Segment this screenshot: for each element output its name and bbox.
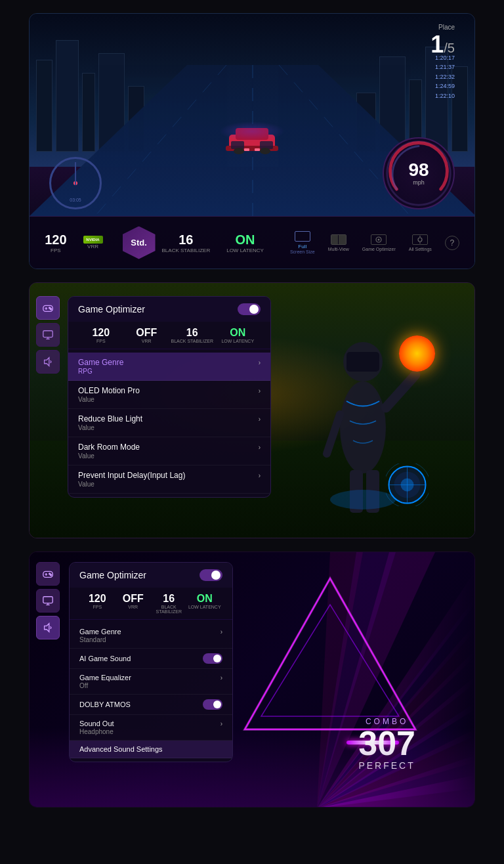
svg-rect-21 (346, 352, 379, 372)
equalizer-val: Off (79, 682, 222, 689)
sound-menu-game-genre[interactable]: Game Genre › Standard (70, 623, 232, 649)
optimizer-toggle[interactable] (238, 303, 261, 315)
side-icons (36, 296, 60, 374)
reduce-blue-light-title: Reduce Blue Light › (78, 414, 261, 423)
hud-fps: 120 FPS (45, 232, 66, 253)
sound-menu-dolby[interactable]: DOLBY ATMOS (70, 695, 232, 715)
fireball (399, 335, 435, 372)
game-genre-label: Game Genre (78, 358, 123, 367)
svg-point-15 (378, 238, 380, 240)
vrr-display: NVIDIA (83, 236, 103, 244)
menu-item-game-genre[interactable]: Game Genre › RPG (68, 353, 270, 381)
svg-marker-55 (245, 578, 415, 729)
help-icon: ? (450, 238, 455, 248)
sound-menu-equalizer[interactable]: Game Equalizer › Off (70, 669, 232, 695)
warrior-figure (291, 296, 435, 519)
reduce-blue-light-arrow: › (259, 416, 261, 423)
action-all-settings[interactable]: All Settings (409, 234, 432, 251)
opt-ll-lbl: Low Latency (215, 339, 261, 343)
player-car (226, 125, 278, 157)
s-vrr-val: OFF (116, 593, 152, 605)
action-game-optimizer[interactable]: Game Optimizer (362, 234, 396, 251)
action-help[interactable]: ? (445, 236, 459, 250)
sound-out-label: Sound Out (79, 720, 114, 727)
lap-time-2: 1:21:37 (435, 62, 455, 72)
opt-vrr-lbl: VRR (124, 339, 170, 343)
dolby-toggle[interactable] (203, 699, 222, 710)
svg-marker-41 (45, 358, 49, 366)
sound-panel: Game Optimizer 120 FPS OFF VRR 16 Black … (69, 562, 233, 762)
settings-icon (412, 234, 428, 245)
sound-menu-advanced[interactable]: Advanced Sound Settings (70, 741, 232, 758)
input-delay-label: Prevent Input Delay(Input Lag) (78, 471, 185, 480)
optimizer-header: Game Optimizer (68, 297, 270, 322)
opt-ll-val: ON (215, 327, 261, 339)
mode-badge: Std. (131, 238, 147, 248)
lap-times: 1:20:17 1:21:37 1:22:32 1:24:59 1:22:10 (435, 53, 455, 100)
hud-actions: Full Screen Size Multi-View Game Optimiz… (290, 231, 459, 254)
nvidia-label: NVIDIA (86, 238, 99, 242)
steering-wheel: 03:05 (49, 157, 102, 209)
s-vrr-lbl: VRR (116, 605, 152, 609)
dark-room-title: Dark Room Mode › (78, 443, 261, 452)
oled-motion-label: OLED Motion Pro (78, 386, 140, 395)
svg-point-10 (260, 148, 270, 154)
action-multiview[interactable]: Multi-View (328, 234, 349, 251)
svg-line-23 (327, 414, 340, 454)
lap-time-4: 1:24:59 (435, 81, 455, 91)
s-bs-val: 16 (151, 593, 187, 605)
reduce-blue-light-label: Reduce Blue Light (78, 414, 142, 423)
dolby-row: DOLBY ATMOS (79, 699, 222, 710)
sound-gamepad-btn[interactable] (36, 562, 60, 586)
menu-item-dark-room[interactable]: Dark Room Mode › Value (68, 437, 270, 465)
sound-optimizer-stats: 120 FPS OFF VRR 16 Black Stabilizer ON L… (70, 588, 232, 620)
s-fps-lbl: FPS (79, 605, 116, 609)
action-full[interactable]: Full Screen Size (290, 231, 315, 254)
opt-fps-val: 120 (78, 327, 124, 339)
neon-triangle (238, 572, 422, 736)
oled-motion-title: OLED Motion Pro › (78, 386, 261, 395)
s-game-genre-label: Game Genre (79, 628, 121, 636)
bs-value: 16 (162, 232, 211, 248)
bs-label: Black Stabilizer (162, 248, 211, 253)
display-icon-btn[interactable] (36, 323, 60, 347)
svg-rect-63 (43, 597, 52, 603)
ai-sound-toggle[interactable] (203, 653, 222, 664)
dark-room-label: Dark Room Mode (78, 443, 140, 452)
svg-rect-38 (43, 331, 52, 337)
sound-optimizer-toggle[interactable] (200, 569, 222, 581)
ai-sound-label: AI Game Sound (79, 655, 131, 662)
lap-time-5: 1:22:10 (435, 91, 455, 100)
game-hud: 120 FPS NVIDIA VRR Std. 16 Black Stabili… (30, 216, 474, 269)
s-bs-lbl: Black Stabilizer (151, 605, 187, 614)
oled-motion-arrow: › (259, 387, 261, 395)
svg-marker-56 (261, 605, 399, 716)
sound-icon-btn[interactable] (36, 350, 60, 374)
hud-black-stabilizer: 16 Black Stabilizer (162, 232, 211, 253)
opt-fps-lbl: FPS (78, 339, 124, 343)
s-ll-val: ON (187, 593, 223, 605)
gamepad-icon-btn[interactable] (36, 296, 60, 320)
svg-marker-66 (45, 624, 49, 632)
input-delay-arrow: › (259, 472, 261, 479)
menu-item-input-delay[interactable]: Prevent Input Delay(Input Lag) › Value (68, 465, 270, 494)
sound-audio-btn[interactable] (36, 616, 60, 639)
svg-point-19 (340, 381, 386, 473)
sound-menu-ai-sound[interactable]: AI Game Sound (70, 649, 232, 669)
s-fps-val: 120 (79, 593, 116, 605)
full-label: Full (290, 244, 315, 249)
menu-item-reduce-blue-light[interactable]: Reduce Blue Light › Value (68, 409, 270, 437)
menu-item-oled-motion[interactable]: OLED Motion Pro › Value (68, 381, 270, 409)
game-genre-row: Game Genre › (79, 628, 222, 636)
multiview-icon (331, 234, 346, 245)
sound-optimizer-menu: Game Genre › Standard AI Game Sound Game… (70, 620, 232, 762)
sound-display-btn[interactable] (36, 589, 60, 613)
reduce-blue-light-value: Value (78, 424, 261, 431)
hud-low-latency: ON Low Latency (226, 232, 264, 253)
opt-vrr: OFF VRR (124, 327, 170, 343)
dark-room-value: Value (78, 452, 261, 460)
speedometer: 98 mph (383, 137, 455, 209)
optimizer-stats: 120 FPS OFF VRR 16 Black Stabilizer ON L… (68, 322, 270, 349)
sound-optimizer-header: Game Optimizer (70, 563, 232, 588)
sound-menu-sound-out[interactable]: Sound Out › Headphone (70, 715, 232, 741)
